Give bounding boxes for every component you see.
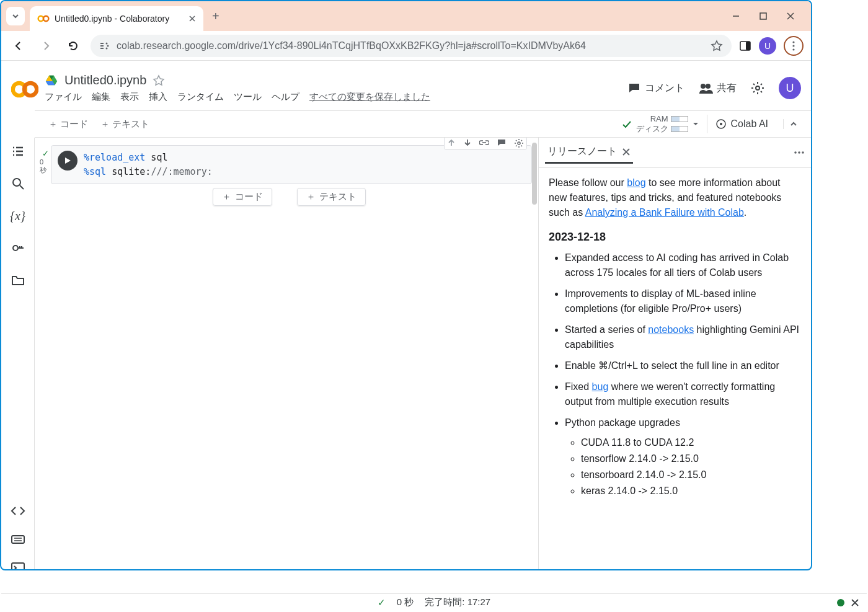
menu-edit[interactable]: 編集 [92, 91, 110, 103]
nav-reload-button[interactable] [63, 36, 83, 56]
colab-header: Untitled0.ipynb ファイル 編集 表示 挿入 ランタイム ツール … [1, 61, 811, 110]
link-cell-button[interactable] [479, 138, 489, 148]
cell-settings-button[interactable] [514, 138, 524, 148]
svg-point-29 [518, 142, 520, 144]
panel-more-button[interactable] [794, 151, 805, 154]
menu-insert[interactable]: 挿入 [149, 91, 167, 103]
notebook-title[interactable]: Untitled0.ipynb [64, 73, 146, 87]
resource-indicator[interactable]: RAM ディスク [621, 114, 699, 133]
intro-paragraph: Please follow our blog to see more infor… [549, 175, 801, 220]
new-tab-button[interactable]: + [212, 9, 219, 24]
list-item: tensorflow 2.14.0 -> 2.15.0 [581, 451, 801, 466]
share-icon [698, 81, 713, 95]
code-label: コード [60, 118, 88, 130]
colab-ai-button[interactable]: Colab AI [707, 115, 776, 133]
tab-search-dropdown[interactable] [6, 7, 25, 25]
list-item: Fixed bug where we weren't correctly for… [565, 379, 801, 409]
list-item: Started a series of notebooks highlighti… [565, 322, 801, 352]
files-button[interactable] [11, 273, 25, 288]
svg-point-22 [13, 179, 20, 186]
minimize-icon [732, 12, 740, 20]
chevron-up-icon [789, 119, 799, 129]
url-input[interactable]: colab.research.google.com/drive/1Ycf34-8… [91, 35, 732, 57]
tab-close-button[interactable] [188, 15, 196, 22]
keyboard-icon [11, 532, 25, 547]
svg-point-31 [798, 151, 800, 154]
chevron-down-icon [12, 12, 19, 20]
notebooks-link[interactable]: notebooks [648, 324, 694, 335]
panel-close-button[interactable] [622, 148, 631, 156]
bookmark-button[interactable] [711, 40, 723, 52]
window-maximize-button[interactable] [759, 12, 771, 20]
code-snippets-button[interactable] [11, 503, 25, 518]
window-close-button[interactable] [786, 12, 799, 20]
bug-link[interactable]: bug [592, 381, 609, 392]
run-cell-button[interactable] [58, 151, 78, 171]
move-up-button[interactable] [447, 138, 456, 148]
toc-button[interactable] [11, 144, 25, 159]
svg-point-12 [792, 41, 794, 43]
terminal-button[interactable] [11, 561, 25, 570]
menu-tools[interactable]: ツール [234, 91, 262, 103]
share-button[interactable]: 共有 [698, 81, 737, 95]
side-panel-button[interactable] [739, 40, 751, 52]
cell-toolbar [444, 138, 527, 150]
browser-tab[interactable]: Untitled0.ipynb - Colaboratory [30, 6, 203, 31]
gear-icon [750, 81, 765, 95]
blog-link[interactable]: blog [627, 177, 645, 188]
collapse-panel-button[interactable] [783, 119, 804, 129]
insert-code-below-button[interactable]: ＋コード [213, 188, 272, 206]
release-notes-panel: リリースノート Please follow our blog to see mo… [538, 138, 811, 570]
browser-menu-button[interactable] [784, 36, 804, 56]
code-icon [11, 503, 25, 518]
ai-sparkle-icon [715, 118, 727, 130]
svg-point-30 [794, 151, 797, 154]
browser-profile-avatar[interactable]: U [759, 37, 776, 55]
secrets-button[interactable] [11, 241, 25, 255]
add-code-cell-button[interactable]: ＋ コード [42, 116, 94, 133]
code-editor[interactable]: %reload_ext sql %sql sqlite:///:memory: [84, 151, 213, 179]
variables-button[interactable]: {x} [11, 208, 25, 223]
comment-cell-button[interactable] [497, 138, 507, 148]
svg-rect-25 [12, 536, 24, 543]
code-cell[interactable]: ✓ 0 秒 %reload_ext sql %sql sqlite:///:me… [40, 145, 538, 184]
star-outline-icon[interactable] [153, 74, 165, 87]
analyzing-link[interactable]: Analyzing a Bank Failure with Colab [585, 207, 744, 218]
insert-text-below-button[interactable]: ＋テキスト [297, 188, 366, 206]
colab-ai-label: Colab AI [731, 118, 768, 130]
account-avatar[interactable]: U [779, 77, 801, 99]
add-text-cell-button[interactable]: ＋ テキスト [94, 116, 156, 133]
colab-logo[interactable] [11, 76, 36, 100]
menu-runtime[interactable]: ランタイム [177, 91, 224, 103]
dropdown-icon [692, 120, 699, 128]
search-button[interactable] [11, 176, 25, 191]
folder-icon [11, 273, 25, 288]
svg-rect-3 [760, 13, 766, 19]
panel-title: リリースノート [547, 145, 617, 158]
comment-button[interactable]: コメント [627, 81, 684, 95]
menu-view[interactable]: 表示 [120, 91, 139, 103]
move-down-button[interactable] [463, 138, 472, 148]
play-icon [63, 156, 72, 165]
code-label: コード [235, 191, 263, 203]
menu-file[interactable]: ファイル [45, 91, 82, 103]
key-icon [11, 241, 25, 255]
panel-content[interactable]: Please follow our blog to see more infor… [539, 168, 811, 570]
nav-back-button[interactable] [9, 36, 29, 56]
site-settings-icon[interactable] [99, 40, 110, 51]
text-label: テキスト [319, 191, 356, 203]
svg-point-1 [43, 16, 48, 21]
release-notes-tab[interactable]: リリースノート [545, 141, 633, 164]
settings-button[interactable] [750, 81, 765, 95]
save-status[interactable]: すべての変更を保存しました [309, 91, 430, 103]
browser-titlebar: Untitled0.ipynb - Colaboratory + [1, 1, 811, 31]
menu-help[interactable]: ヘルプ [272, 91, 299, 103]
window-minimize-button[interactable] [732, 12, 744, 20]
gear-icon [514, 138, 524, 148]
command-palette-button[interactable] [11, 532, 25, 547]
text-label: テキスト [112, 118, 149, 130]
svg-rect-28 [12, 563, 24, 570]
list-item: Enable ⌘/Ctrl+L to select the full line … [565, 358, 801, 373]
list-item: CUDA 11.8 to CUDA 12.2 [581, 435, 801, 450]
nav-forward-button[interactable] [36, 36, 56, 56]
